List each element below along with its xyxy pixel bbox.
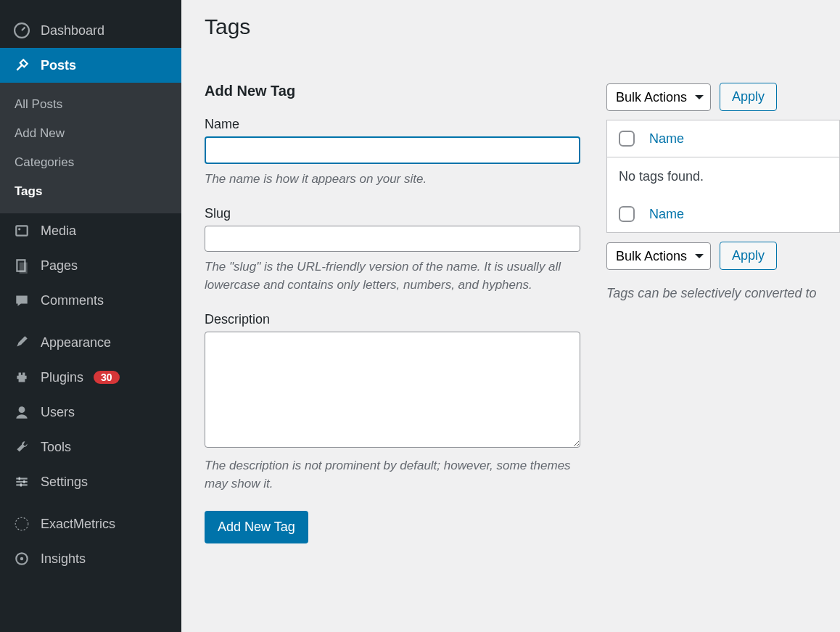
conversion-note: Tags can be selectively converted to: [606, 286, 840, 301]
name-label: Name: [205, 117, 580, 132]
sidebar-item-settings[interactable]: Settings: [0, 464, 181, 499]
settings-icon: [13, 473, 30, 491]
bulk-action-select-top[interactable]: Bulk Actions: [606, 83, 711, 111]
submenu-categories[interactable]: Categories: [0, 148, 181, 177]
submenu-all-posts[interactable]: All Posts: [0, 90, 181, 119]
sidebar-item-tools[interactable]: Tools: [0, 430, 181, 464]
svg-point-2: [18, 228, 20, 230]
pin-icon: [13, 57, 30, 74]
bulk-action-select-bottom[interactable]: Bulk Actions: [606, 242, 711, 270]
apply-button-bottom[interactable]: Apply: [720, 242, 777, 270]
apply-button-top[interactable]: Apply: [720, 83, 777, 111]
bulk-actions-bottom: Bulk Actions Apply: [606, 242, 840, 270]
sidebar-item-pages[interactable]: Pages: [0, 248, 181, 283]
media-icon: [13, 222, 30, 239]
sidebar-item-comments[interactable]: Comments: [0, 283, 181, 318]
svg-rect-1: [16, 226, 27, 235]
svg-point-5: [19, 406, 25, 413]
svg-point-12: [15, 517, 28, 530]
sidebar-label: Dashboard: [41, 23, 104, 38]
svg-rect-7: [16, 481, 27, 483]
sidebar-item-appearance[interactable]: Appearance: [0, 325, 181, 360]
slug-input[interactable]: [205, 226, 580, 252]
field-name: Name The name is how it appears on your …: [205, 117, 580, 189]
svg-rect-10: [23, 480, 25, 483]
metrics-icon: [13, 515, 30, 533]
submenu-add-new[interactable]: Add New: [0, 119, 181, 148]
posts-submenu: All Posts Add New Categories Tags: [0, 83, 181, 213]
plugin-icon: [13, 369, 30, 386]
svg-rect-4: [20, 263, 28, 274]
column-footer-name[interactable]: Name: [649, 207, 684, 222]
sidebar-label: Tools: [41, 440, 71, 455]
svg-rect-6: [16, 478, 27, 480]
svg-rect-9: [19, 477, 20, 480]
select-all-checkbox-top[interactable]: [619, 131, 635, 147]
table-footer-row: Name: [607, 196, 839, 232]
svg-rect-11: [20, 483, 22, 486]
slug-help: The "slug" is the URL-friendly version o…: [205, 258, 580, 295]
empty-state: No tags found.: [607, 157, 839, 196]
add-new-tag-button[interactable]: Add New Tag: [205, 511, 308, 543]
submenu-tags[interactable]: Tags: [0, 177, 181, 206]
main-content: Tags Add New Tag Name The name is how it…: [181, 0, 840, 632]
sidebar-label: ExactMetrics: [41, 517, 115, 532]
sidebar-item-media[interactable]: Media: [0, 213, 181, 248]
user-icon: [13, 403, 30, 421]
add-tag-form: Add New Tag Name The name is how it appe…: [205, 83, 580, 543]
comments-icon: [13, 292, 30, 309]
sidebar-label: Comments: [41, 293, 104, 308]
sidebar-item-insights[interactable]: Insights: [0, 541, 181, 576]
svg-point-14: [20, 557, 23, 560]
sidebar-label: Settings: [41, 475, 88, 490]
brush-icon: [13, 334, 30, 351]
admin-sidebar: Dashboard Posts All Posts Add New Catego…: [0, 0, 181, 632]
dashboard-icon: [13, 22, 30, 39]
tags-list-column: Bulk Actions Apply Name No tags found. N…: [606, 83, 840, 543]
sidebar-label: Insights: [41, 551, 86, 567]
sidebar-item-users[interactable]: Users: [0, 395, 181, 430]
name-help: The name is how it appears on your site.: [205, 170, 580, 189]
slug-label: Slug: [205, 206, 580, 221]
sidebar-item-dashboard[interactable]: Dashboard: [0, 13, 181, 48]
pages-icon: [13, 257, 30, 274]
insights-icon: [13, 550, 30, 567]
sidebar-item-posts[interactable]: Posts: [0, 48, 181, 83]
description-label: Description: [205, 312, 580, 327]
tools-icon: [13, 438, 30, 456]
column-header-name[interactable]: Name: [649, 131, 684, 147]
sidebar-label: Posts: [41, 58, 76, 73]
table-header-row: Name: [607, 120, 839, 157]
sidebar-label: Users: [41, 405, 75, 420]
tags-table: Name No tags found. Name: [606, 120, 840, 233]
sidebar-label: Pages: [41, 258, 78, 274]
sidebar-label: Plugins: [41, 370, 83, 385]
sidebar-item-plugins[interactable]: Plugins 30: [0, 360, 181, 395]
form-heading: Add New Tag: [205, 83, 580, 99]
page-title: Tags: [205, 15, 840, 39]
plugins-badge: 30: [94, 371, 120, 384]
bulk-actions-top: Bulk Actions Apply: [606, 83, 840, 111]
sidebar-label: Appearance: [41, 335, 111, 350]
field-slug: Slug The "slug" is the URL-friendly vers…: [205, 206, 580, 295]
description-input[interactable]: [205, 332, 580, 448]
select-all-checkbox-bottom[interactable]: [619, 206, 635, 222]
name-input[interactable]: [205, 136, 580, 164]
sidebar-label: Media: [41, 223, 76, 239]
field-description: Description The description is not promi…: [205, 312, 580, 493]
description-help: The description is not prominent by defa…: [205, 456, 580, 493]
sidebar-item-exactmetrics[interactable]: ExactMetrics: [0, 506, 181, 541]
